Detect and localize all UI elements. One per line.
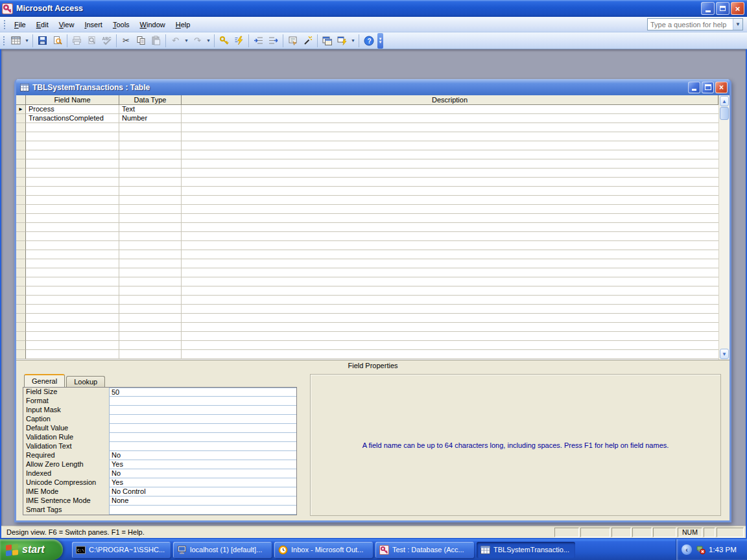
document-maximize-button[interactable] [702, 82, 714, 93]
scroll-up-icon[interactable]: ▲ [720, 96, 729, 106]
field-name-cell[interactable]: Process [26, 105, 119, 114]
close-button[interactable]: × [731, 2, 744, 15]
menu-tools[interactable]: Tools [108, 19, 135, 30]
description-cell[interactable] [182, 132, 718, 141]
row-selector[interactable] [16, 341, 26, 350]
primary-key-button[interactable] [217, 34, 231, 48]
menu-help[interactable]: Help [171, 19, 196, 30]
menu-window[interactable]: Window [135, 19, 171, 30]
data-type-cell[interactable] [119, 232, 182, 241]
data-type-cell[interactable] [119, 323, 182, 332]
row-selector[interactable] [16, 196, 26, 205]
field-name-cell[interactable] [26, 141, 119, 150]
property-value-validation-text[interactable] [109, 442, 296, 451]
minimize-button[interactable] [701, 2, 715, 15]
description-cell[interactable] [182, 323, 718, 332]
undo-dropdown-icon[interactable]: ▼ [183, 34, 190, 48]
property-value-indexed[interactable]: No [109, 469, 296, 478]
menu-view[interactable]: View [54, 19, 80, 30]
property-value-required[interactable]: No [109, 451, 296, 460]
field-name-cell[interactable]: TransactionsCompleted [26, 114, 119, 123]
print-button[interactable] [69, 34, 84, 48]
data-type-cell[interactable] [119, 150, 182, 159]
field-name-cell[interactable] [26, 205, 119, 214]
description-cell[interactable] [182, 250, 718, 259]
description-cell[interactable] [182, 296, 718, 305]
field-name-cell[interactable] [26, 196, 119, 205]
field-name-cell[interactable] [26, 214, 119, 223]
undo-button[interactable]: ↶ [168, 34, 183, 48]
field-name-cell[interactable] [26, 223, 119, 232]
description-cell[interactable] [182, 332, 718, 341]
description-cell[interactable] [182, 223, 718, 232]
column-header-description[interactable]: Description [182, 95, 718, 105]
property-value-validation-rule[interactable] [109, 433, 296, 442]
data-type-cell[interactable] [119, 223, 182, 232]
description-cell[interactable] [182, 169, 718, 178]
scrollbar-track[interactable] [719, 120, 729, 348]
data-type-cell[interactable]: Text [119, 105, 182, 114]
build-button[interactable] [300, 34, 315, 48]
property-value-unicode-compression[interactable]: Yes [109, 478, 296, 487]
row-selector[interactable] [16, 178, 26, 187]
field-name-cell[interactable] [26, 350, 119, 359]
row-selector[interactable] [16, 332, 26, 341]
indexes-button[interactable] [231, 34, 246, 48]
row-selector[interactable] [16, 141, 26, 150]
view-dropdown-icon[interactable]: ▼ [23, 34, 30, 48]
row-selector[interactable] [16, 250, 26, 259]
description-cell[interactable] [182, 341, 718, 350]
tray-status-icon[interactable] [695, 544, 706, 555]
field-name-cell[interactable] [26, 268, 119, 277]
field-name-cell[interactable] [26, 259, 119, 268]
row-selector[interactable] [16, 169, 26, 178]
toolbar-grip[interactable] [3, 36, 6, 46]
field-name-cell[interactable] [26, 123, 119, 132]
field-name-cell[interactable] [26, 323, 119, 332]
row-selector[interactable] [16, 232, 26, 241]
data-type-cell[interactable] [119, 205, 182, 214]
question-dropdown-icon[interactable]: ▼ [733, 19, 742, 30]
field-name-cell[interactable] [26, 286, 119, 296]
row-selector[interactable] [16, 241, 26, 250]
document-close-button[interactable]: × [715, 82, 728, 93]
menubar-grip[interactable] [3, 19, 6, 30]
document-minimize-button[interactable] [688, 82, 700, 93]
description-cell[interactable] [182, 268, 718, 277]
description-cell[interactable] [182, 123, 718, 132]
description-cell[interactable] [182, 232, 718, 241]
menu-insert[interactable]: Insert [79, 19, 108, 30]
restore-button[interactable] [716, 2, 729, 15]
spelling-button[interactable]: ABC [99, 34, 114, 48]
description-cell[interactable] [182, 350, 718, 359]
scroll-down-icon[interactable]: ▼ [720, 349, 729, 359]
field-name-cell[interactable] [26, 232, 119, 241]
data-type-cell[interactable] [119, 132, 182, 141]
data-type-cell[interactable] [119, 178, 182, 187]
taskbar-button-table[interactable]: TBLSystemTransactio... [477, 542, 575, 558]
tray-chevron-icon[interactable]: ‹ [682, 544, 692, 555]
row-selector[interactable] [16, 132, 26, 141]
insert-rows-button[interactable] [251, 34, 266, 48]
data-type-cell[interactable] [119, 341, 182, 350]
row-selector[interactable] [16, 314, 26, 323]
data-type-cell[interactable]: Number [119, 114, 182, 123]
paste-button[interactable] [148, 34, 163, 48]
data-type-cell[interactable] [119, 159, 182, 169]
column-header-data-type[interactable]: Data Type [119, 95, 182, 105]
data-type-cell[interactable] [119, 296, 182, 305]
properties-button[interactable] [285, 34, 300, 48]
row-selector[interactable] [16, 205, 26, 214]
field-name-cell[interactable] [26, 178, 119, 187]
print-preview-button[interactable] [84, 34, 99, 48]
property-value-default-value[interactable] [109, 424, 296, 433]
view-button[interactable] [8, 34, 23, 48]
description-cell[interactable] [182, 187, 718, 196]
field-name-cell[interactable] [26, 296, 119, 305]
row-selector[interactable] [16, 259, 26, 268]
data-type-cell[interactable] [119, 259, 182, 268]
row-selector[interactable] [16, 150, 26, 159]
toolbar-options-button[interactable]: ▼▼ [377, 33, 383, 49]
property-value-smart-tags[interactable] [109, 506, 296, 515]
document-title-bar[interactable]: TBLSystemTransactions : Table × [16, 79, 729, 95]
